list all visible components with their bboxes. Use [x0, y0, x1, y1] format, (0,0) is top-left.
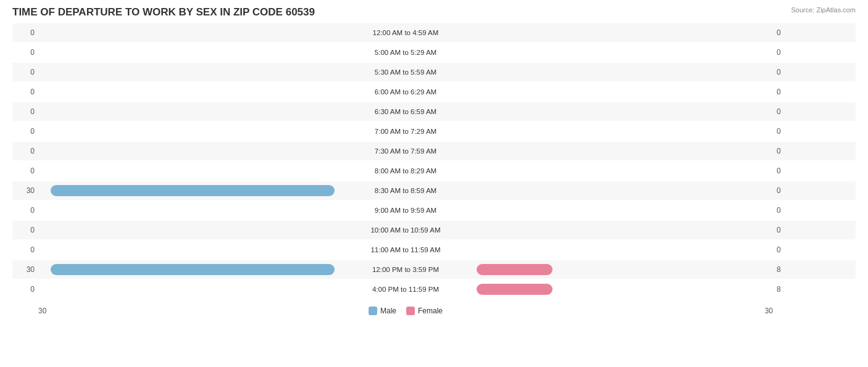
- time-label: 10:00 AM to 10:59 AM: [335, 226, 477, 234]
- male-value: 30: [12, 265, 38, 274]
- table-row: 0 5:30 AM to 5:59 AM 0: [12, 63, 856, 81]
- female-value: 0: [773, 88, 799, 96]
- table-row: 0 5:00 AM to 5:29 AM 0: [12, 43, 856, 62]
- table-row: 0 6:00 AM to 6:29 AM 0: [12, 83, 856, 101]
- time-label: 9:00 AM to 9:59 AM: [335, 207, 477, 214]
- female-bar-area: [477, 284, 773, 295]
- male-bar-area: [38, 165, 335, 176]
- female-bar-area: [477, 146, 773, 157]
- male-value: 0: [12, 245, 38, 254]
- female-value: 0: [773, 68, 799, 76]
- female-label: Female: [418, 307, 443, 315]
- time-label: 12:00 PM to 3:59 PM: [335, 266, 477, 273]
- legend-female: Female: [406, 307, 443, 315]
- male-bar-area: [38, 67, 335, 78]
- male-bar: [51, 264, 335, 275]
- time-label: 4:00 PM to 11:59 PM: [335, 286, 477, 293]
- female-value: 0: [773, 206, 799, 215]
- male-value: 0: [12, 48, 38, 57]
- time-label: 5:00 AM to 5:29 AM: [335, 49, 477, 56]
- male-bar-area: [38, 126, 335, 137]
- time-label: 6:30 AM to 6:59 AM: [335, 108, 477, 115]
- rows-wrapper: 0 12:00 AM to 4:59 AM 0 0 5:00 AM to 5:2…: [12, 23, 856, 304]
- male-bar-area: [38, 106, 335, 117]
- male-value: 0: [12, 107, 38, 116]
- female-value: 0: [773, 28, 799, 37]
- table-row: 30 8:30 AM to 8:59 AM 0: [12, 181, 856, 200]
- female-value: 0: [773, 226, 799, 234]
- male-value: 0: [12, 147, 38, 155]
- male-label: Male: [380, 307, 396, 315]
- female-bar-area: [477, 244, 773, 255]
- male-value: 0: [12, 206, 38, 215]
- time-label: 8:30 AM to 8:59 AM: [335, 187, 477, 194]
- male-bar-area: [38, 225, 335, 236]
- female-bar-area: [477, 86, 773, 97]
- table-row: 0 6:30 AM to 6:59 AM 0: [12, 102, 856, 121]
- x-axis: 30 Male Female 30: [12, 307, 856, 315]
- male-bar-area: [38, 284, 335, 295]
- table-row: 0 9:00 AM to 9:59 AM 0: [12, 201, 856, 220]
- male-bar-area: [38, 185, 335, 196]
- time-label: 7:30 AM to 7:59 AM: [335, 147, 477, 155]
- male-value: 0: [12, 28, 38, 37]
- male-value: 0: [12, 167, 38, 175]
- female-value: 8: [773, 265, 799, 274]
- male-bar-area: [38, 244, 335, 255]
- table-row: 0 7:30 AM to 7:59 AM 0: [12, 142, 856, 160]
- time-label: 5:30 AM to 5:59 AM: [335, 68, 477, 76]
- female-bar-area: [477, 165, 773, 176]
- female-bar-area: [477, 185, 773, 196]
- table-row: 0 7:00 AM to 7:29 AM 0: [12, 122, 856, 141]
- female-bar-area: [477, 27, 773, 38]
- female-bar-area: [477, 47, 773, 58]
- x-axis-left-label: 30: [38, 307, 335, 315]
- time-label: 7:00 AM to 7:29 AM: [335, 128, 477, 135]
- female-legend-box: [406, 307, 415, 315]
- female-bar-area: [477, 264, 773, 275]
- male-value: 30: [12, 186, 38, 195]
- male-value: 0: [12, 226, 38, 234]
- table-row: 30 12:00 PM to 3:59 PM 8: [12, 260, 856, 279]
- x-axis-right-label: 30: [477, 307, 773, 315]
- female-value: 0: [773, 147, 799, 155]
- time-label: 11:00 AM to 11:59 AM: [335, 246, 477, 254]
- male-bar-area: [38, 86, 335, 97]
- male-legend-box: [369, 307, 377, 315]
- time-label: 8:00 AM to 8:29 AM: [335, 167, 477, 175]
- female-bar-area: [477, 126, 773, 137]
- male-bar-area: [38, 47, 335, 58]
- female-bar-area: [477, 225, 773, 236]
- female-bar: [477, 284, 553, 295]
- female-value: 8: [773, 285, 799, 294]
- table-row: 0 4:00 PM to 11:59 PM 8: [12, 280, 856, 299]
- male-value: 0: [12, 127, 38, 136]
- male-bar-area: [38, 205, 335, 216]
- female-value: 0: [773, 127, 799, 136]
- table-row: 0 10:00 AM to 10:59 AM 0: [12, 221, 856, 239]
- female-value: 0: [773, 186, 799, 195]
- male-bar-area: [38, 27, 335, 38]
- male-bar-area: [38, 146, 335, 157]
- chart-title: TIME OF DEPARTURE TO WORK BY SEX IN ZIP …: [12, 6, 856, 19]
- female-value: 0: [773, 245, 799, 254]
- female-value: 0: [773, 167, 799, 175]
- legend: Male Female: [335, 307, 477, 315]
- female-value: 0: [773, 48, 799, 57]
- table-row: 0 12:00 AM to 4:59 AM 0: [12, 23, 856, 42]
- female-bar: [477, 264, 553, 275]
- male-value: 0: [12, 285, 38, 294]
- chart-container: TIME OF DEPARTURE TO WORK BY SEX IN ZIP …: [0, 0, 868, 367]
- female-bar-area: [477, 106, 773, 117]
- time-label: 6:00 AM to 6:29 AM: [335, 88, 477, 96]
- table-row: 0 11:00 AM to 11:59 AM 0: [12, 241, 856, 259]
- male-bar-area: [38, 264, 335, 275]
- chart-area: 0 12:00 AM to 4:59 AM 0 0 5:00 AM to 5:2…: [12, 23, 856, 323]
- female-bar-area: [477, 205, 773, 216]
- female-value: 0: [773, 107, 799, 116]
- time-label: 12:00 AM to 4:59 AM: [335, 29, 477, 36]
- female-bar-area: [477, 67, 773, 78]
- source-label: Source: ZipAtlas.com: [791, 6, 856, 14]
- table-row: 0 8:00 AM to 8:29 AM 0: [12, 162, 856, 180]
- male-value: 0: [12, 68, 38, 76]
